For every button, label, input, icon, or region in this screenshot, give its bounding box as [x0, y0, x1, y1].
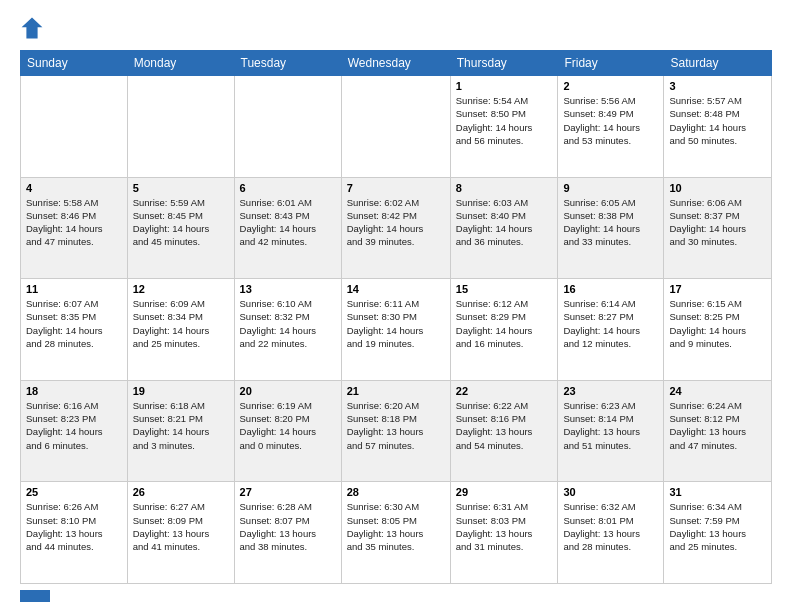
calendar-cell: 7Sunrise: 6:02 AM Sunset: 8:42 PM Daylig…	[341, 177, 450, 279]
calendar-cell: 5Sunrise: 5:59 AM Sunset: 8:45 PM Daylig…	[127, 177, 234, 279]
day-number: 19	[133, 385, 229, 397]
calendar-cell	[127, 76, 234, 178]
day-number: 4	[26, 182, 122, 194]
day-number: 16	[563, 283, 658, 295]
day-number: 6	[240, 182, 336, 194]
day-info: Sunrise: 6:09 AM Sunset: 8:34 PM Dayligh…	[133, 297, 229, 350]
day-number: 14	[347, 283, 445, 295]
calendar-cell: 15Sunrise: 6:12 AM Sunset: 8:29 PM Dayli…	[450, 279, 558, 381]
day-info: Sunrise: 6:24 AM Sunset: 8:12 PM Dayligh…	[669, 399, 766, 452]
calendar-cell: 16Sunrise: 6:14 AM Sunset: 8:27 PM Dayli…	[558, 279, 664, 381]
calendar-week-row: 4Sunrise: 5:58 AM Sunset: 8:46 PM Daylig…	[21, 177, 772, 279]
day-info: Sunrise: 6:26 AM Sunset: 8:10 PM Dayligh…	[26, 500, 122, 553]
day-number: 12	[133, 283, 229, 295]
day-info: Sunrise: 6:06 AM Sunset: 8:37 PM Dayligh…	[669, 196, 766, 249]
day-info: Sunrise: 6:34 AM Sunset: 7:59 PM Dayligh…	[669, 500, 766, 553]
day-info: Sunrise: 6:03 AM Sunset: 8:40 PM Dayligh…	[456, 196, 553, 249]
day-number: 30	[563, 486, 658, 498]
day-info: Sunrise: 5:56 AM Sunset: 8:49 PM Dayligh…	[563, 94, 658, 147]
logo-icon	[20, 16, 44, 40]
page-header	[20, 16, 772, 40]
calendar-cell: 2Sunrise: 5:56 AM Sunset: 8:49 PM Daylig…	[558, 76, 664, 178]
calendar-week-row: 11Sunrise: 6:07 AM Sunset: 8:35 PM Dayli…	[21, 279, 772, 381]
calendar-cell: 4Sunrise: 5:58 AM Sunset: 8:46 PM Daylig…	[21, 177, 128, 279]
calendar-cell: 6Sunrise: 6:01 AM Sunset: 8:43 PM Daylig…	[234, 177, 341, 279]
day-info: Sunrise: 6:32 AM Sunset: 8:01 PM Dayligh…	[563, 500, 658, 553]
calendar-cell: 13Sunrise: 6:10 AM Sunset: 8:32 PM Dayli…	[234, 279, 341, 381]
calendar-cell: 1Sunrise: 5:54 AM Sunset: 8:50 PM Daylig…	[450, 76, 558, 178]
footer	[20, 590, 772, 602]
calendar-day-header: Saturday	[664, 51, 772, 76]
day-number: 20	[240, 385, 336, 397]
calendar-cell: 18Sunrise: 6:16 AM Sunset: 8:23 PM Dayli…	[21, 380, 128, 482]
daylight-swatch	[20, 590, 50, 602]
calendar-cell: 17Sunrise: 6:15 AM Sunset: 8:25 PM Dayli…	[664, 279, 772, 381]
day-number: 26	[133, 486, 229, 498]
day-info: Sunrise: 6:14 AM Sunset: 8:27 PM Dayligh…	[563, 297, 658, 350]
calendar-week-row: 18Sunrise: 6:16 AM Sunset: 8:23 PM Dayli…	[21, 380, 772, 482]
calendar-cell: 8Sunrise: 6:03 AM Sunset: 8:40 PM Daylig…	[450, 177, 558, 279]
calendar-cell	[21, 76, 128, 178]
day-number: 7	[347, 182, 445, 194]
calendar-day-header: Sunday	[21, 51, 128, 76]
day-number: 31	[669, 486, 766, 498]
calendar-cell: 27Sunrise: 6:28 AM Sunset: 8:07 PM Dayli…	[234, 482, 341, 584]
calendar-cell: 29Sunrise: 6:31 AM Sunset: 8:03 PM Dayli…	[450, 482, 558, 584]
day-number: 29	[456, 486, 553, 498]
calendar-cell: 23Sunrise: 6:23 AM Sunset: 8:14 PM Dayli…	[558, 380, 664, 482]
day-info: Sunrise: 6:12 AM Sunset: 8:29 PM Dayligh…	[456, 297, 553, 350]
day-number: 5	[133, 182, 229, 194]
calendar-week-row: 1Sunrise: 5:54 AM Sunset: 8:50 PM Daylig…	[21, 76, 772, 178]
day-info: Sunrise: 6:28 AM Sunset: 8:07 PM Dayligh…	[240, 500, 336, 553]
day-number: 9	[563, 182, 658, 194]
calendar-cell: 19Sunrise: 6:18 AM Sunset: 8:21 PM Dayli…	[127, 380, 234, 482]
day-info: Sunrise: 6:30 AM Sunset: 8:05 PM Dayligh…	[347, 500, 445, 553]
day-number: 22	[456, 385, 553, 397]
calendar-cell: 31Sunrise: 6:34 AM Sunset: 7:59 PM Dayli…	[664, 482, 772, 584]
day-info: Sunrise: 5:57 AM Sunset: 8:48 PM Dayligh…	[669, 94, 766, 147]
day-number: 2	[563, 80, 658, 92]
calendar-cell: 20Sunrise: 6:19 AM Sunset: 8:20 PM Dayli…	[234, 380, 341, 482]
calendar-week-row: 25Sunrise: 6:26 AM Sunset: 8:10 PM Dayli…	[21, 482, 772, 584]
calendar-cell: 28Sunrise: 6:30 AM Sunset: 8:05 PM Dayli…	[341, 482, 450, 584]
calendar-day-header: Tuesday	[234, 51, 341, 76]
day-number: 27	[240, 486, 336, 498]
day-number: 1	[456, 80, 553, 92]
day-number: 11	[26, 283, 122, 295]
calendar-cell: 9Sunrise: 6:05 AM Sunset: 8:38 PM Daylig…	[558, 177, 664, 279]
day-info: Sunrise: 6:27 AM Sunset: 8:09 PM Dayligh…	[133, 500, 229, 553]
day-number: 10	[669, 182, 766, 194]
calendar-table: SundayMondayTuesdayWednesdayThursdayFrid…	[20, 50, 772, 584]
day-number: 25	[26, 486, 122, 498]
day-info: Sunrise: 6:11 AM Sunset: 8:30 PM Dayligh…	[347, 297, 445, 350]
calendar-cell: 21Sunrise: 6:20 AM Sunset: 8:18 PM Dayli…	[341, 380, 450, 482]
day-number: 8	[456, 182, 553, 194]
calendar-day-header: Thursday	[450, 51, 558, 76]
day-info: Sunrise: 6:22 AM Sunset: 8:16 PM Dayligh…	[456, 399, 553, 452]
logo	[20, 16, 48, 40]
calendar-cell: 10Sunrise: 6:06 AM Sunset: 8:37 PM Dayli…	[664, 177, 772, 279]
calendar-cell: 30Sunrise: 6:32 AM Sunset: 8:01 PM Dayli…	[558, 482, 664, 584]
calendar-cell	[234, 76, 341, 178]
day-number: 24	[669, 385, 766, 397]
day-info: Sunrise: 6:05 AM Sunset: 8:38 PM Dayligh…	[563, 196, 658, 249]
day-info: Sunrise: 6:19 AM Sunset: 8:20 PM Dayligh…	[240, 399, 336, 452]
day-info: Sunrise: 6:01 AM Sunset: 8:43 PM Dayligh…	[240, 196, 336, 249]
day-info: Sunrise: 6:02 AM Sunset: 8:42 PM Dayligh…	[347, 196, 445, 249]
day-info: Sunrise: 6:15 AM Sunset: 8:25 PM Dayligh…	[669, 297, 766, 350]
calendar-cell: 26Sunrise: 6:27 AM Sunset: 8:09 PM Dayli…	[127, 482, 234, 584]
calendar-day-header: Wednesday	[341, 51, 450, 76]
day-number: 23	[563, 385, 658, 397]
calendar-day-header: Friday	[558, 51, 664, 76]
calendar-cell: 22Sunrise: 6:22 AM Sunset: 8:16 PM Dayli…	[450, 380, 558, 482]
day-info: Sunrise: 6:10 AM Sunset: 8:32 PM Dayligh…	[240, 297, 336, 350]
day-number: 21	[347, 385, 445, 397]
calendar-cell: 25Sunrise: 6:26 AM Sunset: 8:10 PM Dayli…	[21, 482, 128, 584]
day-number: 28	[347, 486, 445, 498]
day-number: 3	[669, 80, 766, 92]
day-info: Sunrise: 6:23 AM Sunset: 8:14 PM Dayligh…	[563, 399, 658, 452]
calendar-day-header: Monday	[127, 51, 234, 76]
day-info: Sunrise: 6:20 AM Sunset: 8:18 PM Dayligh…	[347, 399, 445, 452]
day-info: Sunrise: 5:59 AM Sunset: 8:45 PM Dayligh…	[133, 196, 229, 249]
day-info: Sunrise: 5:58 AM Sunset: 8:46 PM Dayligh…	[26, 196, 122, 249]
